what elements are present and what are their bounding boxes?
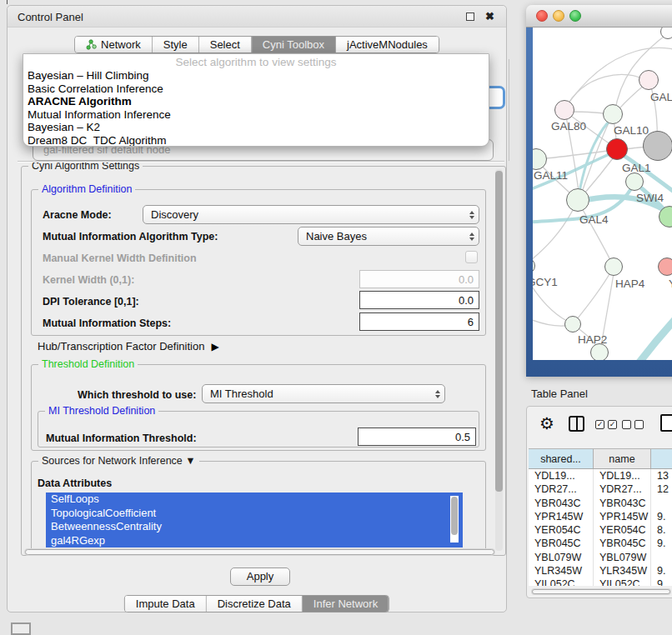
manual-kernel-width-label: Manual Kernel Width Definition: [43, 252, 197, 264]
table-row[interactable]: YPR145WYPR145W9.: [529, 510, 672, 523]
minimize-traffic-light[interactable]: [553, 10, 564, 22]
kernel-width-field[interactable]: [359, 270, 479, 288]
algorithm-option[interactable]: Bayesian – Hill Climbing: [23, 69, 489, 82]
table-row[interactable]: YBR043CYBR043C: [529, 497, 672, 510]
scrollbar-thumb[interactable]: [532, 589, 670, 594]
network-node-hap2[interactable]: [564, 316, 581, 332]
which-threshold-select[interactable]: MI Threshold: [202, 384, 445, 403]
settings-vertical-scrollbar[interactable]: [495, 169, 503, 551]
mi-steps-field[interactable]: [359, 312, 479, 331]
attribute-list-item[interactable]: gal4RGexp: [46, 534, 463, 548]
tab-impute-data[interactable]: Impute Data: [125, 596, 207, 612]
column-chooser-icon[interactable]: [569, 416, 584, 432]
table-row[interactable]: YDL19...YDL19...13: [529, 469, 672, 482]
network-node[interactable]: [643, 131, 672, 161]
tab-discretize-data[interactable]: Discretize Data: [207, 596, 303, 612]
table-row[interactable]: YBR045CYBR045C9.: [529, 537, 672, 550]
float-window-icon[interactable]: [466, 12, 474, 21]
apply-button[interactable]: Apply: [230, 568, 290, 586]
node-label: GAL4: [579, 213, 609, 226]
tab-discretize-data-label: Discretize Data: [218, 596, 291, 612]
table-row[interactable]: YBL079WYBL079W: [529, 551, 672, 564]
close-traffic-light[interactable]: [536, 10, 548, 22]
column-header-name[interactable]: name: [594, 449, 651, 468]
table-row[interactable]: YER054CYER054C8.: [529, 523, 672, 537]
manual-kernel-width-checkbox[interactable]: [465, 251, 478, 263]
algorithm-option[interactable]: Dream8 DC_TDC Algorithm: [23, 134, 489, 148]
hub-definition-section[interactable]: Hub/Transcription Factor Definition▶: [38, 340, 219, 352]
attribute-list-item[interactable]: TopologicalCoefficient: [46, 507, 463, 521]
network-node[interactable]: [590, 343, 609, 360]
table-cell: YBL079W: [594, 551, 651, 564]
expand-arrow-icon[interactable]: ▶: [211, 341, 218, 352]
network-node-hap4[interactable]: [604, 258, 623, 276]
sources-title-text: Sources for Network Inference: [42, 455, 183, 467]
select-all-icon[interactable]: ✓ ✓: [595, 420, 617, 429]
algorithm-option[interactable]: Mutual Information Inference: [23, 108, 489, 122]
network-node-swi4[interactable]: [625, 172, 644, 191]
network-node-gal4[interactable]: [566, 188, 589, 212]
algorithm-dropdown: Select algorithm to view settings Bayesi…: [23, 53, 489, 147]
aracne-mode-select[interactable]: Discovery: [143, 205, 479, 224]
column-header-shared-name[interactable]: shared...: [529, 449, 594, 468]
settings-horizontal-scrollbar[interactable]: [24, 548, 495, 556]
table-cell: YDL19...: [594, 469, 651, 482]
mi-algorithm-type-label: Mutual Information Algorithm Type:: [43, 231, 218, 242]
network-node-gal10[interactable]: [603, 104, 623, 124]
network-node-gal80[interactable]: [554, 100, 574, 120]
document-icon[interactable]: [660, 414, 672, 432]
mi-algorithm-type-select[interactable]: Naive Bayes: [298, 227, 479, 246]
network-node-gal1[interactable]: [606, 138, 628, 160]
tab-cyni-toolbox[interactable]: Cyni Toolbox: [252, 37, 336, 52]
attributes-list-scrollbar[interactable]: [450, 496, 459, 542]
dpi-tolerance-field[interactable]: [359, 291, 479, 309]
network-canvas[interactable]: GALGAL80GAL10GAL1GAL11SWI4GAL4GCY1HAP4YH…: [533, 28, 672, 360]
tab-style[interactable]: Style: [153, 37, 199, 52]
algorithm-option[interactable]: Basic Correlation Inference: [23, 82, 489, 96]
network-window-titlebar[interactable]: [526, 5, 672, 28]
settings-gear-icon[interactable]: ⚙: [539, 413, 554, 433]
tab-select[interactable]: Select: [199, 37, 252, 52]
scrollbar-thumb[interactable]: [451, 497, 458, 535]
attribute-list-item[interactable]: SelfLoops: [46, 492, 463, 507]
table-cell: YER054C: [594, 523, 651, 537]
table-cell: YLR345W: [594, 564, 651, 578]
table-horizontal-scrollbar[interactable]: [531, 588, 671, 595]
checked-box-icon: ✓: [595, 420, 604, 429]
node-label: GCY1: [533, 276, 558, 288]
mi-algorithm-type-value: Naive Bayes: [306, 230, 367, 242]
minimized-panel-icon[interactable]: [11, 622, 31, 635]
column-header-clipped[interactable]: [651, 449, 672, 468]
table-cell: YDR27...: [529, 482, 594, 496]
collapse-arrow-icon[interactable]: ▼: [185, 455, 195, 467]
table-cell: YER054C: [529, 523, 594, 537]
network-node-y[interactable]: [658, 258, 672, 276]
algorithm-option[interactable]: Bayesian – K2: [23, 121, 489, 134]
deselect-all-icon[interactable]: [622, 420, 644, 429]
table-body[interactable]: YDL19...YDL19...13YDR27...YDR27...12YBR0…: [529, 469, 672, 586]
mi-threshold-field[interactable]: [358, 428, 476, 446]
edge-artifact: [7, 0, 8, 4]
table-row[interactable]: YIL052CYIL052C9: [529, 578, 672, 586]
scrollbar-thumb[interactable]: [495, 171, 503, 492]
scrollbar-thumb[interactable]: [25, 549, 494, 555]
table-row[interactable]: YDR27...YDR27...12: [529, 482, 672, 496]
tab-jactivemnodules[interactable]: jActiveMNodules: [336, 37, 439, 52]
network-node-gal[interactable]: [639, 70, 659, 90]
attribute-list-item[interactable]: BetweennessCentrality: [46, 520, 463, 534]
data-attributes-list[interactable]: SelfLoopsTopologicalCoefficientBetweenne…: [46, 492, 463, 548]
unchecked-box-icon: [634, 420, 644, 429]
table-cell: YIL052C: [594, 578, 651, 586]
close-panel-icon[interactable]: ✖: [485, 10, 494, 22]
algorithm-option[interactable]: ARACNE Algorithm: [23, 95, 489, 108]
tab-infer-network[interactable]: Infer Network: [303, 596, 389, 612]
tab-infer-network-label: Infer Network: [313, 596, 378, 612]
combo-arrows-icon: [435, 390, 440, 398]
zoom-traffic-light[interactable]: [569, 10, 581, 22]
data-attributes-label: Data Attributes: [38, 478, 112, 489]
table-row[interactable]: YLR345WYLR345W9.: [529, 564, 672, 578]
table-cell: 9.: [651, 537, 672, 550]
tab-network-label: Network: [101, 37, 141, 52]
tab-network[interactable]: Network: [75, 37, 153, 52]
node-label: Y: [669, 278, 672, 290]
